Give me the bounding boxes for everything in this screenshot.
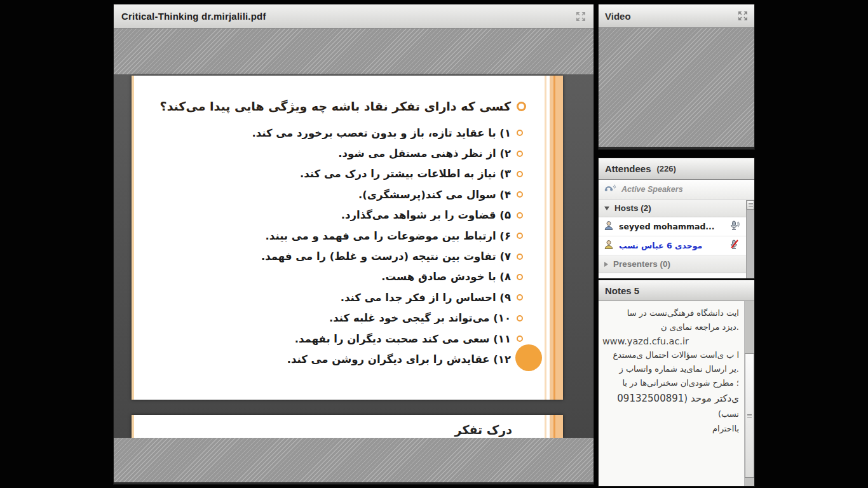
- notes-line: ا ب ی‌است سؤالات احتمال ی‌مستدع: [602, 348, 739, 362]
- slide-bullet-item: ۹) احساس را از فکر جدا می کند.: [176, 287, 526, 308]
- attendees-scrollbar-thumb[interactable]: [747, 200, 754, 210]
- notes-text-area[interactable]: ایت دانشگاه فرهنگی‌نست در سا .دیزد مراجع…: [599, 301, 745, 486]
- presenters-group-row[interactable]: Presenters (0): [599, 255, 754, 273]
- notes-pod-title: Notes 5: [605, 285, 639, 296]
- mic-active-icon[interactable]: [729, 220, 740, 233]
- bullet-ring-icon: [517, 274, 523, 280]
- bullet-ring-icon: [517, 212, 523, 219]
- scroll-grip-icon: [747, 414, 752, 417]
- chevron-right-icon[interactable]: [604, 262, 608, 267]
- slide-item-text: ۳) نیاز به اطلاعات بیشتر را درک می کند.: [300, 168, 511, 180]
- slide-item-text: ۹) احساس را از فکر جدا می کند.: [341, 292, 511, 304]
- slide-item-text: ۴) سوال می کند(پرسشگری).: [358, 189, 511, 201]
- slide-bullet-item: ۷) تفاوت بین نتیجه (درست و غلط) را می فه…: [176, 246, 526, 266]
- slide-item-text: ۵) قضاوت را بر شواهد می‌گذارد.: [341, 209, 511, 221]
- bullet-ring-icon: [517, 233, 523, 239]
- slide-item-text: ۱۱) سعی می کند صحبت دیگران را بفهمد.: [295, 333, 511, 345]
- share-pod-bottom-strip: [114, 482, 593, 484]
- slide-bullet-item: ۱۰) می‌تواند بر گیجی خود غلبه کند.: [176, 308, 526, 329]
- share-pod-titlebar[interactable]: Critical-Thinking dr.mirjalili.pdf: [114, 4, 593, 29]
- attendees-count: (226): [657, 164, 676, 173]
- attendee-row[interactable]: موحدی 6 عباس نسب: [599, 236, 754, 255]
- bullet-ring-icon: [517, 315, 523, 322]
- slide-item-text: ۸) با خودش صادق هست.: [381, 271, 511, 283]
- slide-bullet-item: ۱۱) سعی می کند صحبت دیگران را بفهمد.: [176, 329, 526, 349]
- attendee-name: seyyed mohammad...: [619, 222, 715, 231]
- presenters-group-label: Presenters (0): [613, 259, 670, 269]
- hosts-group-row[interactable]: Hosts (2): [599, 200, 754, 217]
- video-pod-bottom-strip: [599, 147, 754, 149]
- fullscreen-icon[interactable]: [738, 11, 748, 21]
- slide-item-text: ۱) با عقاید تازه، باز و بدون تعصب برخورد…: [252, 127, 511, 139]
- slide-content: کسی که دارای تفکر نقاد باشه چه ویژگی های…: [132, 76, 563, 400]
- active-speakers-row[interactable]: Active Speakers: [599, 180, 754, 200]
- notes-line-phone: ی‌دکتر موحد (09132500891: [602, 390, 739, 407]
- slide-title-row: کسی که دارای تفکر نقاد باشه چه ویژگی های…: [176, 95, 526, 118]
- notes-pod-header[interactable]: Notes 5: [599, 280, 754, 301]
- avatar-icon: [604, 240, 614, 252]
- slide-item-text: ۷) تفاوت بین نتیجه (درست و غلط) را می فه…: [261, 250, 511, 262]
- bullet-ring-icon: [517, 191, 523, 198]
- slide-bullet-item: ۲) از نظر ذهنی مستقل می شود.: [176, 143, 526, 163]
- attendees-pod-title: Attendees: [605, 163, 651, 174]
- notes-line: ایت دانشگاه فرهنگی‌نست در سا: [602, 306, 739, 320]
- slide-item-text: ۲) از نظر ذهنی مستقل می شود.: [338, 147, 511, 159]
- slide-current: کسی که دارای تفکر نقاد باشه چه ویژگی های…: [132, 76, 563, 400]
- share-pod: Critical-Thinking dr.mirjalili.pdf: [113, 4, 594, 485]
- notes-line: .یر ارسال نمای‌ید شماره واتساب ز: [602, 362, 739, 376]
- hosts-group-label: Hosts (2): [614, 203, 651, 213]
- attendee-row[interactable]: seyyed mohammad...: [599, 217, 754, 236]
- bullet-ring-icon: [517, 294, 523, 301]
- attendee-row-clipped: [599, 273, 754, 279]
- phone-speaker-icon: [604, 184, 616, 195]
- slide-bullet-item: ۴) سوال می کند(پرسشگری).: [176, 184, 526, 205]
- slide-item-text: ۱۰) می‌تواند بر گیجی خود غلبه کند.: [329, 312, 511, 324]
- slide-bullet-item: ۱) با عقاید تازه، باز و بدون تعصب برخورد…: [176, 123, 526, 143]
- slide-item-text: ۶) ارتباط بین موضوعات را می فهمد و می بی…: [266, 230, 511, 242]
- slide-bullet-item: ۳) نیاز به اطلاعات بیشتر را درک می کند.: [176, 164, 526, 184]
- slide-item-text: ۱۲) عقایدش را برای دیگران روشن می کند.: [287, 353, 511, 365]
- attendee-name: موحدی 6 عباس نسب: [619, 241, 702, 250]
- bullet-ring-icon: [517, 171, 523, 177]
- slide-bullet-item: ۱۲) عقایدش را برای دیگران روشن می کند.: [176, 349, 526, 369]
- slide-title: کسی که دارای تفکر نقاد باشه چه ویژگی های…: [160, 99, 511, 113]
- video-pod-header[interactable]: Video: [599, 4, 754, 28]
- video-pod: Video: [598, 4, 755, 150]
- avatar-icon: [604, 220, 614, 233]
- slide-bullet-item: ۵) قضاوت را بر شواهد می‌گذارد.: [176, 205, 526, 226]
- video-pod-title: Video: [605, 11, 631, 22]
- video-empty-area: [599, 28, 754, 147]
- chevron-down-icon[interactable]: [604, 207, 609, 210]
- bullet-ring-icon: [517, 254, 523, 260]
- notes-line: بااحترام: [602, 422, 739, 436]
- presenter-pointer-dot: [515, 344, 542, 371]
- notes-scrollbar[interactable]: [745, 301, 754, 486]
- share-pod-title: Critical-Thinking dr.mirjalili.pdf: [121, 11, 266, 22]
- share-pod-empty-band-bottom: [114, 438, 593, 482]
- pdf-viewport[interactable]: کسی که دارای تفکر نقاد باشه چه ویژگی های…: [114, 74, 593, 438]
- bullet-ring-icon: [517, 130, 523, 136]
- slide-bullet-item: ۸) با خودش صادق هست.: [176, 267, 526, 287]
- attendees-pod: Attendees (226) Active Speakers Hosts (2…: [598, 158, 755, 279]
- bullet-ring-icon: [517, 151, 523, 157]
- share-pod-empty-band-top: [114, 29, 593, 74]
- mic-muted-icon[interactable]: [729, 240, 740, 252]
- slide-right-accent: [543, 415, 563, 438]
- bullet-ring-icon: [517, 102, 526, 111]
- slide-bullet-item: ۶) ارتباط بین موضوعات را می فهمد و می بی…: [176, 226, 526, 246]
- bullet-ring-icon: [517, 336, 523, 342]
- attendees-pod-header[interactable]: Attendees (226): [599, 158, 754, 180]
- slide-left-accent: [132, 415, 134, 438]
- attendees-scrollbar[interactable]: [746, 200, 754, 278]
- connect-meeting-window: Critical-Thinking dr.mirjalili.pdf: [0, 0, 868, 488]
- notes-pod: Notes 5 ایت دانشگاه فرهنگی‌نست در سا .دی…: [598, 280, 755, 487]
- scroll-grip-icon: [749, 203, 753, 207]
- notes-line: نسب): [602, 407, 739, 422]
- fullscreen-icon[interactable]: [576, 11, 586, 22]
- notes-line-url: www.yazd.cfu.ac.ir: [602, 334, 739, 348]
- notes-scrollbar-thumb[interactable]: [745, 353, 754, 478]
- slide-next-partial: درک تفکر: [132, 415, 563, 438]
- next-slide-title: درک تفکر: [455, 423, 512, 437]
- notes-line: ؛ مطرح شودی‌ان سخنرانی‌ها در با: [602, 376, 739, 390]
- active-speakers-label: Active Speakers: [621, 185, 683, 194]
